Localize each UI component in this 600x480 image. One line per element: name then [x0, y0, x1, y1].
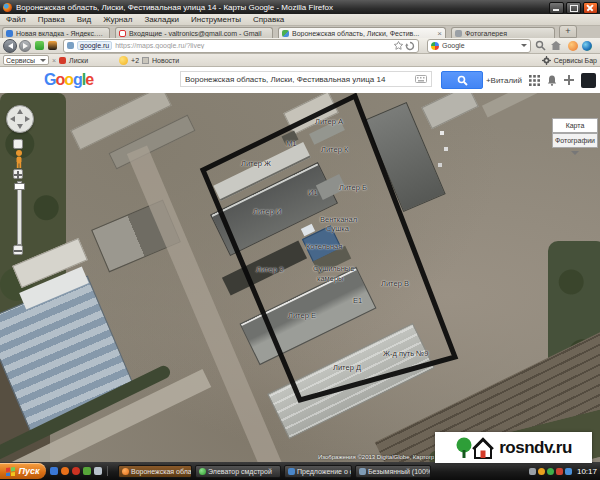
gallery-icon — [455, 30, 462, 37]
map-type-button[interactable]: Карта — [552, 118, 598, 133]
home-icon[interactable] — [550, 40, 562, 51]
toolbar-search-text[interactable]: Лиски — [69, 57, 88, 64]
services-label: Сервисы — [6, 57, 35, 64]
bookmark-star-icon[interactable] — [394, 41, 403, 50]
menu-edit[interactable]: Правка — [38, 15, 65, 24]
services-caret-icon — [40, 59, 46, 62]
taskbar-button-document[interactable]: Предложение о сот... — [284, 465, 352, 478]
photos-type-button[interactable]: Фотографии — [552, 133, 598, 148]
news-page-icon — [142, 57, 149, 64]
tab-gmail[interactable]: Входящие - valtronics@gmail.com - Gmail — [115, 27, 273, 38]
maps-search-input[interactable]: Воронежская область, Лиски, Фестивальная… — [180, 71, 432, 87]
close-button[interactable] — [583, 2, 598, 14]
avatar[interactable] — [581, 73, 596, 88]
maps-search-button[interactable] — [441, 71, 483, 89]
new-tab-button[interactable]: + — [559, 25, 577, 38]
map-label: Литер В — [381, 279, 409, 288]
tree-house-icon — [455, 436, 495, 460]
tray-language-icon[interactable] — [529, 468, 536, 475]
url-path: https://maps.google.ru/?livey — [115, 42, 394, 49]
tab-yandex-mail[interactable]: Новая вкладка - Яндекс.Почта — [2, 27, 110, 38]
back-button[interactable] — [3, 39, 17, 53]
tab-close-icon[interactable]: × — [437, 30, 442, 37]
document-task-icon — [288, 468, 295, 475]
tray-green-icon[interactable] — [547, 468, 554, 475]
zoom-in-button[interactable] — [13, 169, 23, 179]
tab-google-maps[interactable]: Воронежская область, Лиски, Фестив... × — [278, 27, 446, 38]
zoom-out-button[interactable] — [13, 245, 23, 255]
apps-grid-icon[interactable] — [529, 75, 540, 86]
map-label: Литер Ж — [241, 159, 271, 168]
map-label: Литер Е — [288, 311, 316, 320]
addon-orange-icon[interactable] — [568, 41, 578, 51]
addon-globe-icon[interactable] — [582, 41, 592, 51]
map-label: Сушка — [326, 224, 349, 233]
map-label: Ж-д путь №9 — [383, 349, 428, 358]
quicklaunch-opera-icon[interactable] — [72, 467, 80, 475]
map-label: Литер К — [321, 145, 348, 154]
map-label: И1 — [308, 188, 318, 197]
menu-file[interactable]: Файл — [6, 15, 26, 24]
menu-view[interactable]: Вид — [77, 15, 91, 24]
url-bar[interactable]: google.ru https://maps.google.ru/?livey — [63, 39, 419, 53]
notifications-bell-icon[interactable] — [547, 75, 557, 86]
map-canvas[interactable]: Литер А М1 Литер К Литер Ж Литер Б И1 Ли… — [0, 93, 600, 462]
menu-history[interactable]: Журнал — [103, 15, 132, 24]
tray-orange-icon[interactable] — [538, 468, 545, 475]
pegman-icon[interactable] — [12, 149, 26, 169]
minimize-button[interactable] — [549, 2, 564, 14]
services-toolbar: Сервисы × Лиски +2 Новости Сервисы Бар — [0, 54, 600, 67]
google-engine-icon — [431, 42, 439, 50]
menu-bookmarks[interactable]: Закладки — [144, 15, 179, 24]
quicklaunch-firefox-icon[interactable] — [61, 467, 69, 475]
menu-bar: Файл Правка Вид Журнал Закладки Инструме… — [0, 14, 600, 26]
paint-task-icon — [359, 468, 366, 475]
toolbar-settings-label[interactable]: Сервисы Бар — [554, 57, 597, 64]
watermark-text: rosndv.ru — [499, 438, 572, 458]
services-dropdown[interactable]: Сервисы — [3, 55, 49, 65]
engine-caret-icon[interactable] — [521, 44, 527, 47]
map-label: камеры — [317, 274, 344, 283]
quicklaunch-green-icon[interactable] — [83, 467, 91, 475]
restore-button[interactable] — [566, 2, 581, 14]
reload-icon[interactable] — [405, 41, 415, 51]
quicklaunch-separator — [107, 466, 114, 476]
forward-button[interactable] — [19, 40, 31, 52]
maps-search-value: Воронежская область, Лиски, Фестивальная… — [185, 75, 415, 84]
map-label: Котельная — [306, 242, 342, 251]
map-label: Е1 — [353, 296, 362, 305]
share-plus-icon[interactable] — [564, 75, 574, 85]
taskbar-button-paint[interactable]: Безымянный (100%)... — [355, 465, 431, 478]
zoom-slider-handle[interactable] — [14, 183, 25, 190]
quicklaunch-desktop-icon[interactable] — [94, 467, 102, 475]
map-label: Вентканал — [320, 215, 357, 224]
toolbar-close-icon[interactable]: × — [52, 57, 56, 64]
tray-red-icon[interactable] — [556, 468, 563, 475]
zoom-slider-track[interactable] — [17, 181, 22, 245]
stats-addon-icon[interactable] — [35, 41, 44, 50]
taskbar-button-firefox[interactable]: Воронежская обла... — [118, 465, 192, 478]
pan-control[interactable] — [6, 105, 34, 133]
start-button[interactable]: Пуск — [0, 463, 46, 479]
user-profile-link[interactable]: +Виталий — [486, 76, 522, 85]
menu-tools[interactable]: Инструменты — [191, 15, 241, 24]
pan-up-icon[interactable] — [17, 109, 23, 114]
my-location-button[interactable] — [13, 139, 23, 149]
chevron-down-icon[interactable] — [571, 151, 579, 155]
pan-down-icon[interactable] — [17, 124, 23, 129]
pan-left-icon[interactable] — [10, 116, 15, 122]
keyboard-icon[interactable] — [415, 75, 427, 83]
news-link[interactable]: Новости — [152, 57, 179, 64]
menu-help[interactable]: Справка — [253, 15, 284, 24]
magnifier-icon[interactable] — [535, 40, 546, 51]
tray-blue-icon[interactable] — [565, 468, 572, 475]
search-engine-box[interactable]: Google — [427, 39, 531, 53]
gear-icon[interactable] — [542, 56, 551, 65]
taskbar-button-elevator[interactable]: Элеватор смдстрой — [195, 465, 281, 478]
mail-counter-icon[interactable] — [119, 56, 128, 65]
navigation-bar: google.ru https://maps.google.ru/?livey … — [0, 38, 600, 54]
tab-photo-gallery[interactable]: Фотогалерея — [451, 27, 555, 38]
qip-addon-icon[interactable] — [48, 41, 57, 50]
pan-right-icon[interactable] — [25, 116, 30, 122]
quicklaunch-ie-icon[interactable] — [50, 467, 58, 475]
